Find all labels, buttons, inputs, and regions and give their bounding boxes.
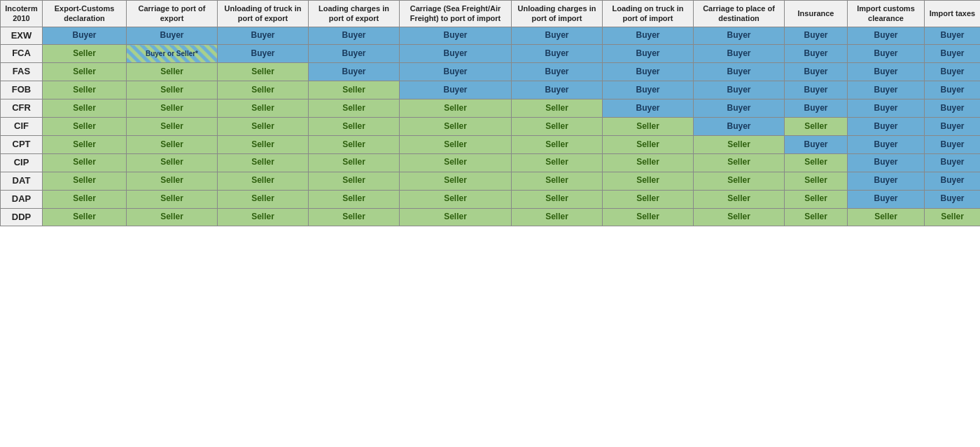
cell-ddp-10: Seller xyxy=(925,208,981,226)
cell-fob-3: Seller xyxy=(309,81,400,99)
cell-dat-3: Seller xyxy=(309,172,400,190)
cell-cfr-9: Buyer xyxy=(848,99,925,118)
table-row: DATSellerSellerSellerSellerSellerSellerS… xyxy=(1,172,981,190)
cell-dap-10: Buyer xyxy=(925,190,981,208)
cell-fob-8: Buyer xyxy=(785,81,848,99)
column-header-1: Export-Customs declaration xyxy=(43,1,127,27)
cell-fca-3: Buyer xyxy=(309,45,400,63)
table-row: EXWBuyerBuyerBuyerBuyerBuyerBuyerBuyerBu… xyxy=(1,27,981,45)
cell-fas-7: Buyer xyxy=(694,63,785,81)
cell-cif-3: Seller xyxy=(309,118,400,136)
cell-cpt-2: Seller xyxy=(218,135,309,153)
cell-fob-6: Buyer xyxy=(603,81,694,99)
cell-exw-5: Buyer xyxy=(512,27,603,45)
cell-fas-4: Buyer xyxy=(400,63,512,81)
column-header-0: Incoterm 2010 xyxy=(1,1,43,27)
cell-dat-0: Seller xyxy=(43,172,127,190)
cell-dat-1: Seller xyxy=(127,172,218,190)
cell-cip-4: Seller xyxy=(400,153,512,172)
cell-fas-9: Buyer xyxy=(848,63,925,81)
cell-fas-8: Buyer xyxy=(785,63,848,81)
cell-exw-2: Buyer xyxy=(218,27,309,45)
cell-cfr-3: Seller xyxy=(309,99,400,118)
cell-fas-2: Seller xyxy=(218,63,309,81)
cell-cfr-1: Seller xyxy=(127,99,218,118)
cell-exw-4: Buyer xyxy=(400,27,512,45)
cell-dat-9: Buyer xyxy=(848,172,925,190)
cell-dat-8: Seller xyxy=(785,172,848,190)
cell-cip-5: Seller xyxy=(512,153,603,172)
cell-ddp-9: Seller xyxy=(848,208,925,226)
cell-dat-10: Buyer xyxy=(925,172,981,190)
cell-cpt-0: Seller xyxy=(43,135,127,153)
cell-fas-0: Seller xyxy=(43,63,127,81)
cell-fob-10: Buyer xyxy=(925,81,981,99)
cell-dap-3: Seller xyxy=(309,190,400,208)
cell-fca-0: Seller xyxy=(43,45,127,63)
column-header-5: Carriage (Sea Freight/Air Freight) to po… xyxy=(400,1,512,27)
table-row: FCASellerBuyer or Seller*BuyerBuyerBuyer… xyxy=(1,45,981,63)
cell-cpt-6: Seller xyxy=(603,135,694,153)
cell-ddp-1: Seller xyxy=(127,208,218,226)
cell-fca-9: Buyer xyxy=(848,45,925,63)
cell-cif-7: Buyer xyxy=(694,118,785,136)
column-header-11: Import taxes xyxy=(925,1,981,27)
cell-fca-2: Buyer xyxy=(218,45,309,63)
cell-exw-8: Buyer xyxy=(785,27,848,45)
cell-cfr-7: Buyer xyxy=(694,99,785,118)
cell-cip-10: Buyer xyxy=(925,153,981,172)
cell-fob-0: Seller xyxy=(43,81,127,99)
cell-fas-10: Buyer xyxy=(925,63,981,81)
column-header-8: Carriage to place of destination xyxy=(694,1,785,27)
incoterms-table: Incoterm 2010Export-Customs declarationC… xyxy=(0,0,980,226)
cell-dat-5: Seller xyxy=(512,172,603,190)
cell-ddp-3: Seller xyxy=(309,208,400,226)
incoterm-label: FAS xyxy=(1,63,43,81)
cell-cfr-2: Seller xyxy=(218,99,309,118)
cell-cip-8: Seller xyxy=(785,153,848,172)
cell-cif-5: Seller xyxy=(512,118,603,136)
cell-fas-3: Buyer xyxy=(309,63,400,81)
cell-cif-0: Seller xyxy=(43,118,127,136)
cell-cpt-3: Seller xyxy=(309,135,400,153)
cell-ddp-2: Seller xyxy=(218,208,309,226)
cell-dat-2: Seller xyxy=(218,172,309,190)
cell-cip-6: Seller xyxy=(603,153,694,172)
cell-fca-5: Buyer xyxy=(512,45,603,63)
incoterm-label: FCA xyxy=(1,45,43,63)
column-header-4: Loading charges in port of export xyxy=(309,1,400,27)
cell-fca-6: Buyer xyxy=(603,45,694,63)
cell-exw-10: Buyer xyxy=(925,27,981,45)
cell-dap-5: Seller xyxy=(512,190,603,208)
cell-ddp-5: Seller xyxy=(512,208,603,226)
cell-cip-7: Seller xyxy=(694,153,785,172)
cell-cif-10: Buyer xyxy=(925,118,981,136)
incoterm-label: CIP xyxy=(1,153,43,172)
cell-exw-1: Buyer xyxy=(127,27,218,45)
cell-cip-3: Seller xyxy=(309,153,400,172)
incoterm-label: DDP xyxy=(1,208,43,226)
cell-exw-7: Buyer xyxy=(694,27,785,45)
cell-exw-6: Buyer xyxy=(603,27,694,45)
incoterm-label: CPT xyxy=(1,135,43,153)
cell-ddp-4: Seller xyxy=(400,208,512,226)
cell-fob-9: Buyer xyxy=(848,81,925,99)
incoterm-label: DAP xyxy=(1,190,43,208)
cell-fob-1: Seller xyxy=(127,81,218,99)
cell-fob-5: Buyer xyxy=(512,81,603,99)
cell-cfr-8: Buyer xyxy=(785,99,848,118)
cell-dap-6: Seller xyxy=(603,190,694,208)
table-row: DAPSellerSellerSellerSellerSellerSellerS… xyxy=(1,190,981,208)
cell-cpt-7: Seller xyxy=(694,135,785,153)
cell-cfr-0: Seller xyxy=(43,99,127,118)
cell-dap-7: Seller xyxy=(694,190,785,208)
cell-cif-9: Buyer xyxy=(848,118,925,136)
cell-dap-4: Seller xyxy=(400,190,512,208)
cell-fca-4: Buyer xyxy=(400,45,512,63)
table-row: CIFSellerSellerSellerSellerSellerSellerS… xyxy=(1,118,981,136)
cell-fob-7: Buyer xyxy=(694,81,785,99)
cell-cfr-5: Seller xyxy=(512,99,603,118)
cell-ddp-7: Seller xyxy=(694,208,785,226)
incoterm-label: EXW xyxy=(1,27,43,45)
cell-cpt-8: Buyer xyxy=(785,135,848,153)
